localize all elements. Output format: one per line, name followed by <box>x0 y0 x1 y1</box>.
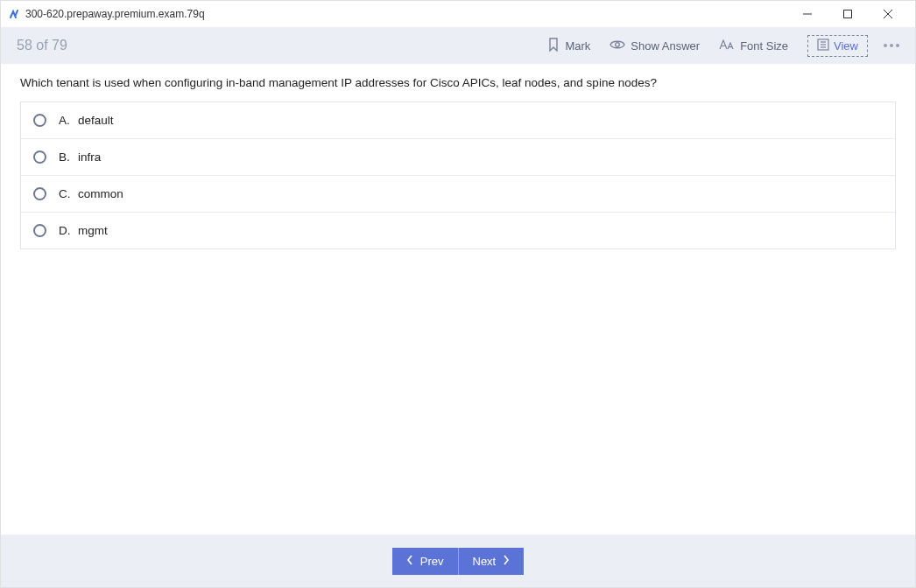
chevron-left-icon <box>406 555 413 568</box>
answer-text: common <box>78 187 123 200</box>
minimize-button[interactable] <box>787 1 828 27</box>
answer-letter: B. <box>59 150 78 164</box>
close-button[interactable] <box>868 1 908 27</box>
answer-list: A. default B. infra C. common D. mgmt <box>20 102 896 249</box>
prev-button[interactable]: Prev <box>392 548 459 575</box>
radio-icon <box>33 187 46 200</box>
next-label: Next <box>473 555 497 568</box>
show-answer-label: Show Answer <box>631 39 700 52</box>
more-menu-button[interactable] <box>884 44 899 47</box>
answer-letter: A. <box>59 114 78 127</box>
content-area: Which tenant is used when configuring in… <box>1 64 915 535</box>
view-button[interactable]: View <box>807 35 868 57</box>
answer-letter: D. <box>59 224 78 237</box>
svg-rect-1 <box>844 10 852 18</box>
progress-indicator: 58 of 79 <box>17 38 67 53</box>
bookmark-icon <box>547 38 560 54</box>
answer-option[interactable]: C. common <box>21 176 895 213</box>
app-icon <box>8 8 20 20</box>
radio-icon <box>33 150 46 164</box>
answer-text: infra <box>78 150 101 164</box>
nav-group: Prev Next <box>392 548 524 575</box>
title-bar: 300-620.prepaway.premium.exam.79q <box>1 1 915 27</box>
chevron-right-icon <box>503 555 510 568</box>
prev-label: Prev <box>420 555 444 568</box>
answer-letter: C. <box>59 187 78 200</box>
view-icon <box>817 38 829 53</box>
footer-bar: Prev Next <box>1 535 915 587</box>
mark-button[interactable]: Mark <box>547 38 590 54</box>
answer-text: mgmt <box>78 224 108 237</box>
show-answer-button[interactable]: Show Answer <box>609 39 700 52</box>
next-button[interactable]: Next <box>459 548 525 575</box>
svg-point-4 <box>616 42 620 46</box>
maximize-button[interactable] <box>828 1 868 27</box>
radio-icon <box>33 224 46 237</box>
app-window: 300-620.prepaway.premium.exam.79q 58 of … <box>0 0 916 588</box>
view-label: View <box>834 39 858 52</box>
font-size-label: Font Size <box>740 39 788 52</box>
toolbar: 58 of 79 Mark Show Answer Font Size View <box>1 27 915 64</box>
answer-option[interactable]: A. default <box>21 102 895 139</box>
eye-icon <box>609 39 625 52</box>
answer-text: default <box>78 114 114 127</box>
window-title: 300-620.prepaway.premium.exam.79q <box>25 8 205 20</box>
radio-icon <box>33 114 46 127</box>
question-text: Which tenant is used when configuring in… <box>20 76 896 89</box>
answer-option[interactable]: D. mgmt <box>21 213 895 248</box>
mark-label: Mark <box>565 39 590 52</box>
font-size-icon <box>719 38 735 53</box>
font-size-button[interactable]: Font Size <box>719 38 788 53</box>
answer-option[interactable]: B. infra <box>21 139 895 176</box>
